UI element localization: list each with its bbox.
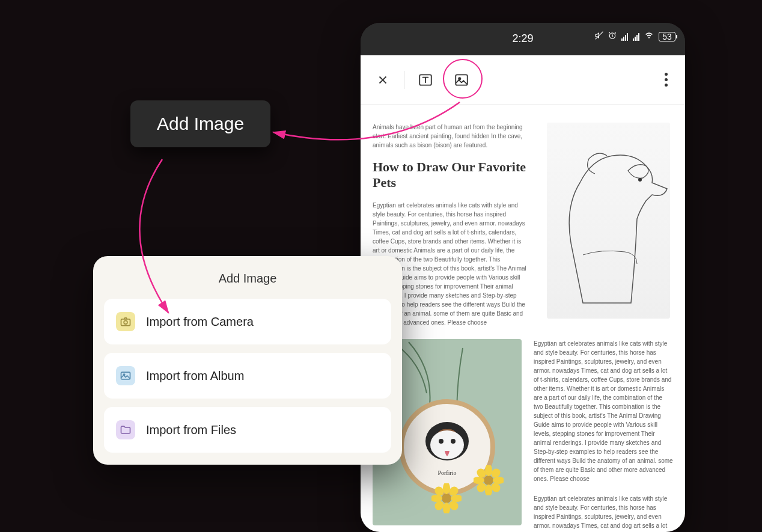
add-image-sheet: Add Image Import from Camera Import from… [93, 256, 402, 465]
close-button[interactable] [373, 70, 393, 90]
svg-rect-5 [456, 75, 468, 85]
more-menu-button[interactable] [659, 73, 673, 87]
doc-body-2: Egyptian art celebrates animals like cat… [534, 339, 673, 483]
svg-point-22 [442, 494, 451, 503]
sheet-title: Add Image [104, 272, 391, 286]
svg-point-24 [443, 503, 450, 513]
svg-point-23 [443, 483, 450, 494]
album-icon [116, 366, 135, 385]
status-icons: 53 [595, 31, 675, 41]
phone-mockup: 2:29 53 [361, 23, 685, 532]
doc-intro: Animals have been part of human art from… [373, 123, 529, 150]
camera-icon [116, 312, 135, 331]
text-style-button[interactable] [415, 70, 436, 90]
doc-image-dog-sketch [547, 123, 670, 319]
svg-point-16 [474, 477, 484, 484]
sheet-item-label: Import from Files [146, 423, 236, 437]
svg-point-14 [485, 465, 492, 476]
status-time: 2:29 [512, 32, 533, 45]
doc-body-3: Egyptian art celebrates animals like cat… [534, 494, 673, 532]
battery-icon: 53 [659, 32, 675, 41]
add-image-button[interactable] [451, 70, 472, 90]
svg-point-26 [451, 495, 462, 502]
svg-point-7 [638, 178, 642, 182]
svg-point-17 [493, 477, 504, 484]
sheet-item-label: Import from Camera [146, 315, 254, 329]
svg-point-25 [431, 495, 442, 502]
import-from-files[interactable]: Import from Files [104, 407, 391, 453]
sheet-item-label: Import from Album [146, 369, 244, 383]
import-from-album[interactable]: Import from Album [104, 353, 391, 399]
svg-point-10 [439, 439, 443, 444]
doc-title: How to Draw Our Favorite Pets [373, 159, 529, 191]
toolbar-divider [404, 71, 404, 89]
alarm-icon [608, 31, 617, 41]
svg-rect-31 [121, 319, 130, 326]
wifi-icon [644, 31, 654, 41]
document-content[interactable]: Animals have been part of human art from… [361, 105, 685, 532]
svg-point-32 [124, 320, 127, 324]
svg-point-15 [485, 485, 492, 495]
svg-point-13 [484, 475, 493, 485]
signal-icon-2 [633, 32, 639, 41]
svg-point-6 [459, 78, 460, 79]
status-bar: 2:29 53 [361, 23, 685, 55]
svg-text:Porfirio: Porfirio [437, 469, 456, 476]
mute-icon [595, 31, 603, 41]
tooltip-label: Add Image [157, 114, 244, 133]
signal-icon [621, 32, 628, 41]
files-icon [116, 420, 135, 439]
import-from-camera[interactable]: Import from Camera [104, 299, 391, 344]
add-image-tooltip: Add Image [130, 100, 270, 147]
app-toolbar [361, 55, 685, 105]
svg-point-11 [451, 439, 456, 444]
